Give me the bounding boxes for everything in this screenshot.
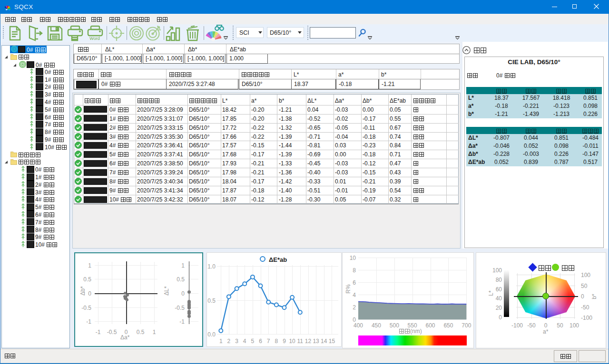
svg-text:Word: Word xyxy=(89,36,99,41)
